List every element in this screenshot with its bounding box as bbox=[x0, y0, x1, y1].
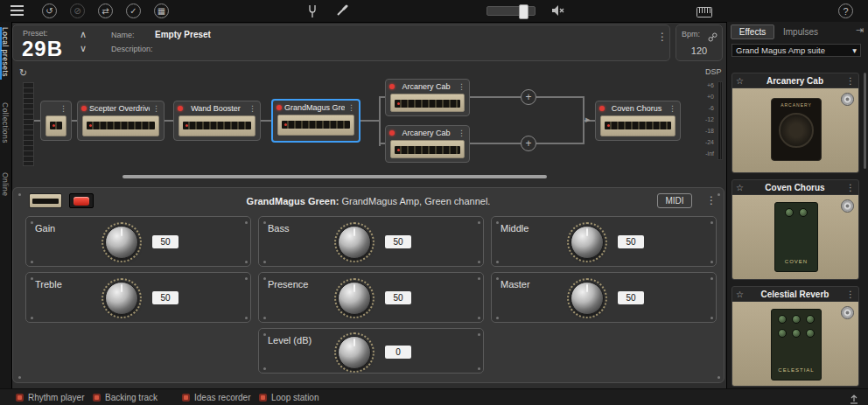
gain-knob[interactable] bbox=[105, 226, 138, 259]
preset-disc-icon[interactable] bbox=[841, 93, 854, 106]
preset-description-label: Description: bbox=[111, 45, 153, 53]
treble-knob[interactable] bbox=[105, 282, 138, 315]
metronome-icon[interactable]: ▦ bbox=[154, 3, 169, 18]
block-menu-icon[interactable]: ⋮ bbox=[458, 82, 466, 91]
library-card-celestial-reverb[interactable]: ☆ Celestial Reverb ⋮ CELESTIAL bbox=[732, 286, 859, 387]
library-scrollbar[interactable] bbox=[864, 73, 866, 169]
input-node-icon[interactable]: ↻ bbox=[19, 67, 27, 79]
check-icon[interactable]: ✓ bbox=[126, 3, 141, 18]
sidebar-item-collections[interactable]: Collections bbox=[1, 102, 10, 143]
sidebar-item-online[interactable]: Online bbox=[1, 172, 10, 197]
power-led[interactable] bbox=[599, 106, 605, 111]
middle-knob[interactable] bbox=[570, 226, 604, 259]
chain-block-arcanery-cab-b[interactable]: Arcanery Cab ⋮ bbox=[385, 125, 470, 163]
tuner-icon[interactable] bbox=[308, 4, 317, 22]
slider-handle[interactable] bbox=[519, 4, 528, 19]
chain-block-arcanery-cab-a[interactable]: Arcanery Cab ⋮ bbox=[385, 79, 470, 116]
loop-station-label: Loop station bbox=[271, 393, 319, 402]
chain-horizontal-scrollbar[interactable] bbox=[122, 175, 547, 178]
sync-icon[interactable]: ⇄ bbox=[98, 3, 113, 18]
tab-effects[interactable]: Effects bbox=[731, 24, 774, 39]
editor-menu-icon[interactable]: ⋮ bbox=[706, 194, 717, 206]
midi-button[interactable]: MIDI bbox=[657, 193, 692, 208]
rhythm-player-button[interactable]: Rhythm player bbox=[16, 393, 84, 402]
block-title: Coven Chorus bbox=[607, 104, 666, 113]
panel-collapse-icon[interactable]: ⇥ bbox=[856, 24, 864, 36]
card-menu-icon[interactable]: ⋮ bbox=[846, 76, 855, 86]
block-menu-icon[interactable]: ⋮ bbox=[60, 104, 67, 113]
sidebar-item-local-presets[interactable]: Local presets bbox=[1, 27, 10, 77]
speaker-icon bbox=[779, 113, 814, 148]
chain-block-scepter-overdrive[interactable]: Scepter Overdrive ⋮ bbox=[77, 101, 164, 141]
gain-value[interactable]: 50 bbox=[152, 235, 178, 248]
expand-dock-icon[interactable] bbox=[849, 392, 859, 405]
cab-illustration: ARCANERY bbox=[771, 98, 822, 161]
power-led[interactable] bbox=[81, 106, 87, 111]
edit-brush-icon[interactable] bbox=[336, 4, 348, 20]
category-select[interactable]: Grand Magus Amp suite ▾ bbox=[732, 44, 861, 57]
tab-impulses[interactable]: Impulses bbox=[783, 24, 818, 39]
device-image bbox=[390, 94, 465, 112]
chain-block-wand-booster[interactable]: Wand Booster ⋮ bbox=[173, 101, 261, 141]
mute-icon[interactable] bbox=[551, 4, 565, 20]
middle-value[interactable]: 50 bbox=[618, 235, 644, 248]
presence-value[interactable]: 50 bbox=[385, 291, 411, 304]
block-menu-icon[interactable]: ⋮ bbox=[668, 104, 676, 113]
loop-station-button[interactable]: Loop station bbox=[259, 393, 319, 402]
favorite-star-icon[interactable]: ☆ bbox=[736, 76, 744, 86]
preset-disc-icon[interactable] bbox=[841, 306, 854, 319]
library-card-arcanery-cab[interactable]: ☆ Arcanery Cab ⋮ ARCANERY bbox=[732, 73, 859, 173]
master-value[interactable]: 50 bbox=[618, 291, 644, 304]
bass-knob[interactable] bbox=[338, 226, 371, 259]
master-knob[interactable] bbox=[570, 282, 604, 315]
preset-disc-icon[interactable] bbox=[841, 199, 854, 213]
library-card-coven-chorus[interactable]: ☆ Coven Chorus ⋮ COVEN bbox=[732, 179, 859, 280]
offline-icon[interactable]: ⊘ bbox=[70, 3, 85, 18]
bpm-link-icon[interactable] bbox=[708, 30, 718, 45]
preset-menu-icon[interactable]: ⋮ bbox=[657, 31, 668, 43]
power-led[interactable] bbox=[276, 105, 282, 110]
midi-keyboard-icon[interactable] bbox=[696, 5, 712, 21]
help-icon[interactable]: ? bbox=[838, 3, 853, 18]
ideas-recorder-icon bbox=[182, 394, 190, 402]
block-title: Arcanery Cab bbox=[397, 129, 455, 137]
power-led[interactable] bbox=[389, 130, 395, 136]
treble-value[interactable]: 50 bbox=[152, 291, 178, 304]
chain-block-grandmagus-green[interactable]: GrandMagus Green ⋮ bbox=[271, 99, 360, 143]
chain-block-coven-chorus[interactable]: Coven Chorus ⋮ bbox=[595, 101, 681, 141]
presence-knob[interactable] bbox=[338, 282, 371, 315]
block-menu-icon[interactable]: ⋮ bbox=[248, 104, 256, 113]
chain-split-wire bbox=[379, 96, 381, 146]
card-menu-icon[interactable]: ⋮ bbox=[846, 290, 855, 299]
output-level-slider[interactable] bbox=[486, 6, 536, 16]
preset-up-icon[interactable]: ∧ bbox=[76, 29, 90, 40]
add-block-button-top[interactable]: + bbox=[521, 89, 536, 105]
preset-down-icon[interactable]: ∨ bbox=[76, 43, 90, 54]
param-cell-master: Master 50 bbox=[491, 272, 717, 323]
add-block-button-bottom[interactable]: + bbox=[521, 136, 536, 151]
favorite-star-icon[interactable]: ☆ bbox=[736, 183, 744, 192]
history-icon[interactable]: ↺ bbox=[42, 3, 57, 18]
bpm-value[interactable]: 120 bbox=[676, 45, 722, 56]
param-cell-gain: Gain 50 bbox=[25, 216, 251, 267]
device-brand-label: COVEN bbox=[775, 259, 817, 264]
backing-track-button[interactable]: Backing track bbox=[93, 393, 158, 402]
menu-icon[interactable] bbox=[10, 5, 24, 7]
block-menu-icon[interactable]: ⋮ bbox=[347, 103, 355, 112]
card-menu-icon[interactable]: ⋮ bbox=[846, 183, 855, 192]
chain-block-partial[interactable]: ⋮ bbox=[40, 101, 72, 141]
chain-wire bbox=[470, 143, 521, 144]
power-led[interactable] bbox=[178, 106, 183, 111]
dsp-meter: DSP +6 +0 -6 -12 -18 -24 -inf bbox=[698, 65, 724, 182]
ideas-recorder-button[interactable]: Ideas recorder bbox=[182, 393, 250, 402]
favorite-star-icon[interactable]: ☆ bbox=[736, 290, 744, 299]
block-menu-icon[interactable]: ⋮ bbox=[152, 104, 160, 113]
level-value[interactable]: 0 bbox=[385, 346, 411, 359]
block-menu-icon[interactable]: ⋮ bbox=[458, 129, 466, 137]
left-sidebar: Local presets Collections Online bbox=[0, 22, 12, 388]
param-cell-middle: Middle 50 bbox=[491, 216, 717, 267]
preset-name-value[interactable]: Empty Preset bbox=[155, 30, 211, 39]
power-led[interactable] bbox=[389, 84, 395, 89]
level-knob[interactable] bbox=[338, 336, 371, 369]
bass-value[interactable]: 50 bbox=[385, 235, 411, 248]
